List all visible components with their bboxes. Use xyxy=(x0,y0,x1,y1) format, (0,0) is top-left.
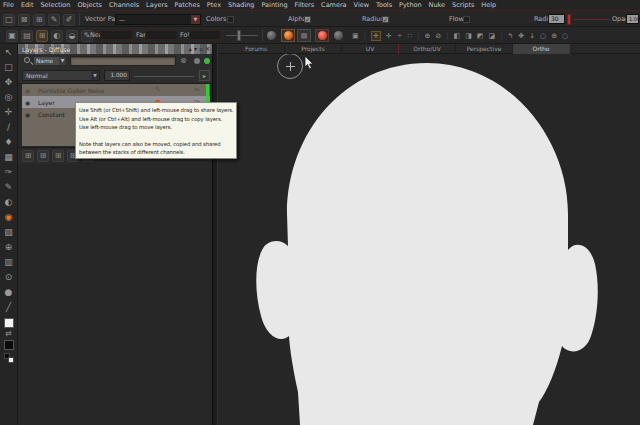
menu-item[interactable]: Selection xyxy=(40,1,70,9)
toolbar-icon[interactable]: ✛ xyxy=(386,32,392,40)
basic-lighting-button[interactable] xyxy=(281,29,295,42)
menu-item[interactable]: Filters xyxy=(295,1,314,9)
menu-item[interactable]: File xyxy=(3,1,14,9)
layer-action-button[interactable]: ⊞ xyxy=(37,150,49,162)
toolbar-icon[interactable]: ⊕ xyxy=(551,32,557,40)
tool-icon[interactable]: ● xyxy=(2,285,16,300)
fov-field[interactable] xyxy=(189,30,221,40)
toolbar-icon[interactable]: ▤ xyxy=(21,30,33,42)
toolbar-icon[interactable]: ◐ xyxy=(51,30,63,42)
toolbar-icon[interactable]: ✛ xyxy=(371,31,381,41)
toolbar-icon[interactable]: ○ xyxy=(540,32,546,40)
toolbar-icon[interactable]: ✥ xyxy=(518,32,524,40)
toolbar-icon[interactable]: ÷ xyxy=(397,32,403,40)
layer-opacity-field[interactable]: 1.000 xyxy=(104,70,130,81)
toolbar-icon[interactable]: ⊘ xyxy=(435,32,441,40)
menu-item[interactable]: Layers xyxy=(146,1,168,9)
tool-icon[interactable]: ▦ xyxy=(2,150,16,165)
toolbar-icon[interactable]: | xyxy=(417,32,419,40)
layer-action-button[interactable]: ⊞ xyxy=(22,150,34,162)
fov-slider-groove[interactable] xyxy=(226,35,258,36)
layer-row[interactable]: ◉ Paintable Gabor Noise ✎ ✑ xyxy=(22,84,210,96)
colors-checkbox[interactable] xyxy=(227,16,234,23)
tool-icon[interactable]: □ xyxy=(2,60,16,75)
tool-icon[interactable]: ⊕ xyxy=(2,240,16,255)
menu-item[interactable]: Shading xyxy=(228,1,254,9)
canvas-tab[interactable]: Forums xyxy=(228,44,285,54)
layer-opacity-slider[interactable] xyxy=(134,76,194,77)
canvas-tab[interactable]: Perspective xyxy=(456,44,513,54)
canvas-tab[interactable]: UV xyxy=(342,44,399,54)
panel-window-icon[interactable]: ✕ xyxy=(205,44,210,54)
near-field[interactable] xyxy=(100,30,133,40)
toolbar-icon[interactable]: ◧ xyxy=(454,32,461,40)
tool-icon[interactable]: ◎ xyxy=(2,90,16,105)
toolbar-icon[interactable]: ∷ xyxy=(408,32,412,40)
menu-item[interactable]: Patches xyxy=(175,1,200,9)
paint-target-button[interactable] xyxy=(315,29,329,42)
toolbar-icon[interactable]: ⊕ xyxy=(424,32,430,40)
full-lighting-button[interactable]: ▤ xyxy=(297,29,311,42)
toolbar-icon[interactable]: ⊠ xyxy=(18,14,30,26)
toolbar-icon[interactable]: ✎ xyxy=(48,14,60,26)
tool-icon[interactable]: ♦ xyxy=(2,135,16,150)
tool-icon[interactable]: ▨ xyxy=(2,225,16,240)
toolbar-icon[interactable]: ◨ xyxy=(465,32,472,40)
toolbar-icon[interactable]: ▣ xyxy=(352,32,359,40)
tool-icon[interactable]: ✑ xyxy=(2,165,16,180)
toolbar-icon[interactable]: ⊞ xyxy=(33,14,45,26)
toolbar-icon[interactable]: ↰ xyxy=(507,32,513,40)
filter-mode-dropdown[interactable]: Name ▼ xyxy=(33,56,67,66)
canvas-viewport[interactable] xyxy=(218,54,640,425)
clear-filter-icon[interactable]: ⊗ xyxy=(180,56,187,66)
panel-window-icon[interactable]: ▫ xyxy=(199,44,203,54)
gray-target-icon[interactable] xyxy=(334,31,343,42)
blend-mode-dropdown[interactable]: Normal ▼ xyxy=(22,70,100,81)
menu-item[interactable]: Scripts xyxy=(452,1,474,9)
tool-icon[interactable]: ⊙ xyxy=(2,270,16,285)
menu-item[interactable]: Camera xyxy=(321,1,347,9)
toolbar-icon[interactable]: ↓ xyxy=(529,32,535,40)
tool-icon[interactable]: ∕ xyxy=(2,120,16,135)
opacity-value-field[interactable]: 1.00 xyxy=(626,14,639,24)
panel-window-icon[interactable]: ▾ xyxy=(194,44,197,54)
menu-item[interactable]: Ptex xyxy=(207,1,221,9)
tool-icon[interactable]: ╱ xyxy=(2,300,16,315)
menu-item[interactable]: Python xyxy=(399,1,422,9)
tool-icon[interactable]: ✎ xyxy=(2,180,16,195)
radius-value-field[interactable]: 30 xyxy=(548,14,565,24)
radius-slider-groove[interactable] xyxy=(574,19,610,20)
toolbar-icon[interactable]: ✐ xyxy=(63,14,75,26)
swap-colors-icon[interactable]: ⇄ xyxy=(5,328,12,340)
layer-filter-input[interactable] xyxy=(70,56,176,66)
canvas-tab[interactable]: Ortho/UV xyxy=(399,44,456,54)
tool-icon[interactable]: ✛ xyxy=(2,105,16,120)
menu-item[interactable]: Nuke xyxy=(429,1,446,9)
toolbar-icon[interactable]: | xyxy=(446,32,448,40)
flow-checkbox[interactable] xyxy=(463,16,470,23)
background-color-swatch[interactable] xyxy=(4,340,14,350)
menu-item[interactable]: Channels xyxy=(109,1,139,9)
visibility-eye-icon[interactable]: ◉ xyxy=(25,111,33,118)
flat-lighting-icon[interactable] xyxy=(267,31,276,42)
toolbar-icon[interactable]: ○ xyxy=(562,32,568,40)
menu-item[interactable]: Edit xyxy=(21,1,34,9)
menu-item[interactable]: Objects xyxy=(77,1,102,9)
toolbar-icon[interactable]: ▣ xyxy=(6,30,18,42)
toolbar-icon[interactable]: ◪ xyxy=(488,32,495,40)
tool-icon[interactable]: ✥ xyxy=(2,75,16,90)
toolbar-icon[interactable]: | xyxy=(364,32,366,40)
visibility-eye-icon[interactable]: ◉ xyxy=(25,99,33,106)
tool-icon[interactable]: ▥ xyxy=(2,255,16,270)
reset-colors-icon[interactable] xyxy=(4,353,14,363)
toolbar-icon[interactable]: □ xyxy=(3,14,15,26)
menu-item[interactable]: Tools xyxy=(376,1,392,9)
foreground-color-swatch[interactable] xyxy=(4,318,14,328)
green-indicator-dot[interactable] xyxy=(204,58,210,64)
menu-item[interactable]: View xyxy=(354,1,369,9)
tool-icon[interactable]: ◐ xyxy=(2,195,16,210)
menu-item[interactable]: Painting xyxy=(261,1,287,9)
radius-slider-handle[interactable] xyxy=(567,14,571,25)
alpha-checkbox[interactable] xyxy=(304,16,311,23)
toolbar-icon[interactable]: ◒ xyxy=(66,30,78,42)
